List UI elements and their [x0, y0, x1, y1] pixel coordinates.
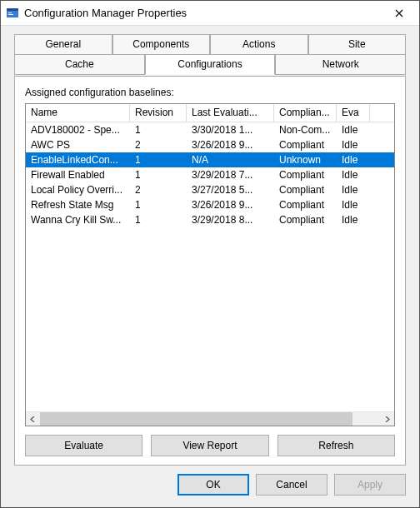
window-title: Configuration Manager Properties: [24, 7, 382, 19]
titlebar: Configuration Manager Properties: [1, 1, 419, 26]
app-icon: [6, 7, 19, 20]
cell-eval-state: Idle: [337, 138, 370, 152]
cell-name: EnableLinkedCon...: [26, 153, 130, 167]
table-row[interactable]: Local Policy Overri...23/27/2018 5...Com…: [26, 182, 394, 197]
cell-name: Firewall Enabled: [26, 168, 130, 182]
tab-actions[interactable]: Actions: [210, 34, 308, 55]
cell-name: Wanna Cry Kill Sw...: [26, 213, 130, 227]
cell-eval-state: Idle: [337, 168, 370, 182]
cell-compliance: Compliant: [274, 183, 337, 197]
col-header-eval-state[interactable]: Eva: [337, 104, 370, 122]
table-row[interactable]: Refresh State Msg13/26/2018 9...Complian…: [26, 197, 394, 212]
cell-revision: 1: [130, 213, 187, 227]
ok-button[interactable]: OK: [178, 474, 249, 496]
col-header-last-eval[interactable]: Last Evaluati...: [187, 104, 274, 122]
view-report-button[interactable]: View Report: [151, 435, 268, 456]
tab-site[interactable]: Site: [308, 34, 407, 55]
cell-compliance: Compliant: [274, 138, 337, 152]
cell-compliance: Compliant: [274, 168, 337, 182]
scroll-track[interactable]: [40, 412, 380, 426]
table-row[interactable]: Firewall Enabled13/29/2018 7...Compliant…: [26, 167, 394, 182]
cell-name: Local Policy Overri...: [26, 183, 130, 197]
cell-revision: 2: [130, 183, 187, 197]
cell-last-eval: 3/29/2018 8...: [187, 213, 274, 227]
baselines-label: Assigned configuration baselines:: [25, 87, 395, 98]
dialog-button-row: OK Cancel Apply: [14, 466, 406, 499]
cell-revision: 1: [130, 123, 187, 137]
listview-body: ADV180002 - Spe...13/30/2018 1...Non-Com…: [26, 122, 394, 411]
table-row[interactable]: Wanna Cry Kill Sw...13/29/2018 8...Compl…: [26, 212, 394, 227]
cell-last-eval: 3/30/2018 1...: [187, 123, 274, 137]
svg-rect-2: [8, 12, 12, 13]
scroll-left-icon[interactable]: [26, 412, 40, 426]
cell-compliance: Non-Com...: [274, 123, 337, 137]
cell-name: Refresh State Msg: [26, 198, 130, 212]
table-row[interactable]: ADV180002 - Spe...13/30/2018 1...Non-Com…: [26, 122, 394, 137]
apply-button[interactable]: Apply: [334, 474, 406, 496]
listview-header: Name Revision Last Evaluati... Complian.…: [26, 104, 394, 122]
cell-last-eval: 3/27/2018 5...: [187, 183, 274, 197]
scroll-thumb[interactable]: [40, 412, 352, 426]
cell-compliance: Compliant: [274, 198, 337, 212]
baselines-listview[interactable]: Name Revision Last Evaluati... Complian.…: [25, 103, 395, 426]
tab-network[interactable]: Network: [275, 54, 406, 75]
evaluate-button[interactable]: Evaluate: [25, 435, 142, 456]
cell-compliance: Compliant: [274, 213, 337, 227]
tab-configurations[interactable]: Configurations: [145, 54, 276, 75]
cell-name: AWC PS: [26, 138, 130, 152]
cell-revision: 1: [130, 153, 187, 167]
horizontal-scrollbar[interactable]: [26, 411, 394, 426]
panel-button-row: Evaluate View Report Refresh: [25, 426, 395, 456]
dialog-body: GeneralComponentsActionsSite CacheConfig…: [1, 26, 419, 507]
cell-revision: 1: [130, 168, 187, 182]
cell-last-eval: 3/26/2018 9...: [187, 138, 274, 152]
properties-dialog: Configuration Manager Properties General…: [0, 0, 420, 508]
col-header-name[interactable]: Name: [26, 104, 130, 122]
close-button[interactable]: [382, 2, 416, 25]
cell-revision: 1: [130, 198, 187, 212]
table-row[interactable]: EnableLinkedCon...1N/AUnknownIdle: [26, 152, 394, 167]
tab-general[interactable]: General: [14, 34, 112, 55]
scroll-right-icon[interactable]: [380, 412, 394, 426]
col-header-revision[interactable]: Revision: [130, 104, 187, 122]
close-icon: [395, 7, 403, 20]
cancel-button[interactable]: Cancel: [256, 474, 328, 496]
tab-row-1: GeneralComponentsActionsSite: [14, 34, 406, 54]
cell-revision: 2: [130, 138, 187, 152]
tab-row-2: CacheConfigurationsNetwork: [14, 54, 406, 74]
tab-cache[interactable]: Cache: [14, 54, 145, 75]
col-header-compliance[interactable]: Complian...: [274, 104, 337, 122]
tab-panel-configurations: Assigned configuration baselines: Name R…: [14, 76, 406, 466]
cell-eval-state: Idle: [337, 213, 370, 227]
cell-last-eval: 3/26/2018 9...: [187, 198, 274, 212]
refresh-button[interactable]: Refresh: [278, 435, 395, 456]
svg-rect-3: [8, 14, 13, 15]
svg-rect-1: [7, 8, 18, 11]
cell-eval-state: Idle: [337, 153, 370, 167]
cell-last-eval: N/A: [187, 153, 274, 167]
cell-last-eval: 3/29/2018 7...: [187, 168, 274, 182]
cell-compliance: Unknown: [274, 153, 337, 167]
tab-strip: GeneralComponentsActionsSite CacheConfig…: [14, 34, 406, 74]
cell-eval-state: Idle: [337, 198, 370, 212]
table-row[interactable]: AWC PS23/26/2018 9...CompliantIdle: [26, 137, 394, 152]
cell-eval-state: Idle: [337, 123, 370, 137]
tab-components[interactable]: Components: [112, 34, 211, 55]
cell-eval-state: Idle: [337, 183, 370, 197]
cell-name: ADV180002 - Spe...: [26, 123, 130, 137]
